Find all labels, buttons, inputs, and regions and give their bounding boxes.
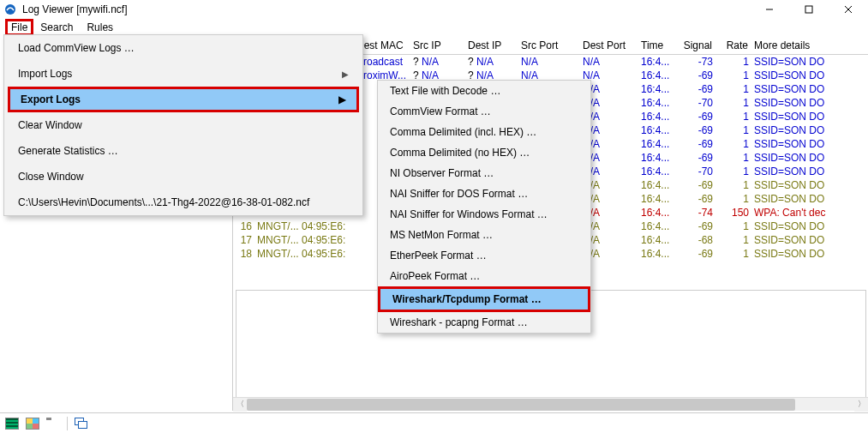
export-nai-dos[interactable]: NAI Sniffer for DOS Format … — [378, 183, 590, 204]
cascade-icon[interactable] — [75, 418, 88, 430]
export-wireshark-tcpdump[interactable]: Wireshark/Tcpdump Format … — [378, 286, 590, 312]
export-airopeek[interactable]: AiroPeek Format … — [378, 266, 590, 286]
titlebar: Log Viewer [mywifi.ncf] — [0, 0, 868, 19]
tile-vertical-icon[interactable] — [5, 418, 19, 430]
menu-rules[interactable]: Rules — [80, 20, 120, 35]
export-wireshark-pcapng[interactable]: Wireshark - pcapng Format … — [378, 312, 590, 333]
file-recent-log[interactable]: C:\Users\Hevin\Documents\...\21-Thg4-202… — [4, 189, 362, 215]
file-close-window[interactable]: Close Window — [4, 164, 362, 189]
minimize-button[interactable] — [750, 0, 789, 19]
chevron-right-icon: ▶ — [342, 69, 349, 79]
scroll-left-icon[interactable]: 〈 — [233, 398, 247, 412]
horizontal-scrollbar[interactable]: 〈 〉 — [233, 397, 868, 411]
col-rate[interactable]: Rate — [718, 38, 754, 53]
file-menu: Load CommView Logs … Import Logs▶ Export… — [3, 34, 363, 216]
scroll-track[interactable] — [247, 398, 854, 412]
file-generate-stats[interactable]: Generate Statistics … — [4, 138, 362, 164]
file-export-logs-highlight: Export Logs▶ — [8, 87, 359, 112]
close-button[interactable] — [829, 0, 868, 19]
menu-file[interactable]: File — [11, 21, 27, 33]
scroll-right-icon[interactable]: 〉 — [854, 398, 868, 412]
export-commview[interactable]: CommView Format … — [378, 101, 590, 122]
file-import-logs[interactable]: Import Logs▶ — [4, 61, 362, 87]
export-etherpeek[interactable]: EtherPeek Format … — [378, 245, 590, 266]
col-more[interactable]: More details — [754, 38, 831, 53]
svg-rect-2 — [805, 6, 812, 13]
svg-line-4 — [845, 6, 852, 13]
menu-search[interactable]: Search — [33, 20, 80, 35]
file-load-logs[interactable]: Load CommView Logs … — [4, 35, 362, 61]
export-ni-observer[interactable]: NI Observer Format … — [378, 163, 590, 183]
maximize-button[interactable] — [789, 0, 829, 19]
window-controls — [750, 0, 868, 19]
svg-point-0 — [5, 4, 15, 15]
tile-quad-icon[interactable] — [26, 418, 39, 430]
menu-file-highlight: File — [5, 19, 33, 36]
export-csv-nohex[interactable]: Comma Delimited (no HEX) … — [378, 142, 590, 163]
window-title: Log Viewer [mywifi.ncf] — [22, 3, 750, 15]
svg-line-3 — [845, 6, 852, 13]
tile-horizontal-icon[interactable] — [46, 418, 60, 430]
col-dest-port[interactable]: Dest Port — [583, 38, 641, 53]
export-ms-netmon[interactable]: MS NetMon Format … — [378, 225, 590, 245]
col-dest-ip[interactable]: Dest IP — [468, 38, 521, 53]
col-src-ip[interactable]: Src IP — [413, 38, 468, 53]
col-dest-mac[interactable]: Dest MAC — [356, 38, 413, 53]
export-nai-windows[interactable]: NAI Sniffer for Windows Format … — [378, 204, 590, 225]
separator — [67, 417, 68, 430]
col-signal[interactable]: Signal — [680, 38, 718, 53]
scroll-thumb[interactable] — [247, 399, 795, 411]
file-clear-window[interactable]: Clear Window — [4, 112, 362, 138]
statusbar — [0, 412, 868, 433]
export-submenu: Text File with Decode … CommView Format … — [377, 80, 591, 334]
chevron-right-icon: ▶ — [338, 93, 346, 105]
menubar: File Search Rules — [0, 19, 868, 36]
col-time[interactable]: Time — [641, 38, 680, 53]
file-export-logs[interactable]: Export Logs▶ — [8, 87, 359, 112]
export-csv-hex[interactable]: Comma Delimited (incl. HEX) … — [378, 122, 590, 142]
app-icon — [3, 3, 17, 16]
col-src-port[interactable]: Src Port — [521, 38, 583, 53]
export-text-decode[interactable]: Text File with Decode … — [378, 81, 590, 101]
